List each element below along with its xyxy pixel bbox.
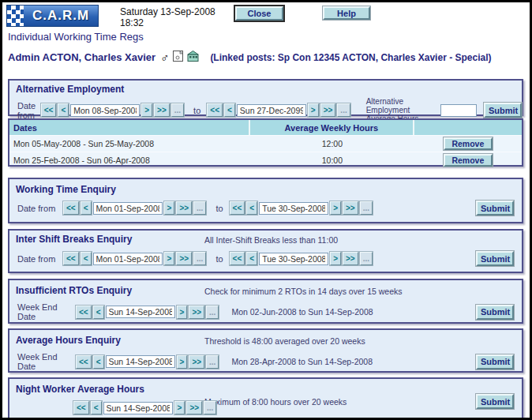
calendar-picker-button[interactable]: ... <box>193 252 206 265</box>
current-time: 18:32 <box>120 17 215 28</box>
next-fast-button[interactable]: >> <box>176 201 192 215</box>
prev-button[interactable]: < <box>93 355 104 369</box>
next-button[interactable]: > <box>177 355 188 369</box>
next-fast-button[interactable]: >> <box>343 201 358 215</box>
week-end-date-input[interactable] <box>106 306 175 318</box>
calendar-picker-button[interactable]: ... <box>171 103 184 117</box>
insufficient-rtos-panel: Insufficient RTOs Enquiry Check for mini… <box>8 279 523 324</box>
date-to-input[interactable] <box>259 253 328 265</box>
row-hours: 12:00 <box>250 139 414 148</box>
date-from-navigator: << < > >> ... <box>63 252 208 265</box>
actions-column-header <box>414 120 522 135</box>
prev-fast-button[interactable]: << <box>63 201 79 215</box>
next-fast-button[interactable]: >> <box>154 103 170 117</box>
help-button[interactable]: Help <box>323 6 370 20</box>
prev-button[interactable]: < <box>58 103 69 117</box>
date-from-input[interactable] <box>93 253 163 265</box>
prev-fast-button[interactable]: << <box>230 252 245 265</box>
building-icon[interactable] <box>187 51 199 64</box>
calendar-picker-button[interactable]: ... <box>360 252 373 265</box>
next-button[interactable]: > <box>164 201 175 215</box>
prev-button[interactable]: < <box>91 401 102 414</box>
next-fast-button[interactable]: >> <box>176 252 192 265</box>
insufficient-rtos-title: Insufficient RTOs Enquiry <box>16 285 132 296</box>
prev-button[interactable]: < <box>246 252 257 265</box>
inter-shift-note: All Inter-Shift Breaks less than 11:00 <box>204 235 338 245</box>
average-hours-date-range: Mon 28-Apr-2008 to Sun 14-Sep-2008 <box>231 357 373 366</box>
alt-employment-submit-button[interactable]: Submit <box>484 103 522 118</box>
date-from-label: Date from <box>17 204 63 213</box>
calendar-picker-button[interactable]: ... <box>204 401 216 414</box>
prev-button[interactable]: < <box>224 103 235 117</box>
prev-button[interactable]: < <box>246 201 257 215</box>
prev-fast-button[interactable]: << <box>41 103 57 117</box>
next-button[interactable]: > <box>164 252 175 265</box>
calendar-picker-button[interactable]: ... <box>206 306 219 319</box>
prev-fast-button[interactable]: << <box>76 355 92 369</box>
prev-fast-button[interactable]: << <box>230 201 245 215</box>
document-icon[interactable] <box>173 51 183 64</box>
next-fast-button[interactable]: >> <box>343 252 358 265</box>
calendar-picker-button[interactable]: ... <box>360 201 373 215</box>
alternative-employment-panel: Alternative Employment Date from << < > … <box>8 79 523 116</box>
calendar-picker-button[interactable]: ... <box>337 103 350 117</box>
next-button[interactable]: > <box>177 306 188 319</box>
calendar-picker-button[interactable]: ... <box>193 201 206 215</box>
close-button[interactable]: Close <box>235 6 283 21</box>
next-button[interactable]: > <box>141 103 152 117</box>
next-button[interactable]: > <box>330 201 341 215</box>
night-worker-submit-button[interactable]: Submit <box>476 394 514 409</box>
prev-fast-button[interactable]: << <box>63 252 79 265</box>
night-worker-date-input[interactable] <box>103 402 173 414</box>
to-label: to <box>215 254 223 264</box>
inter-shift-submit-button[interactable]: Submit <box>476 251 514 266</box>
remove-button[interactable]: Remove <box>444 154 493 167</box>
next-fast-button[interactable]: >> <box>186 401 202 414</box>
app-window: C.A.R.M Saturday 13-Sep-2008 18:32 Close… <box>0 0 532 420</box>
date-to-input[interactable] <box>259 202 328 215</box>
average-hours-submit-button[interactable]: Submit <box>476 354 514 369</box>
next-button[interactable]: > <box>308 103 319 117</box>
night-worker-date-navigator: << < > >> ... <box>73 401 218 414</box>
week-end-date-input[interactable] <box>106 355 175 368</box>
linked-posts-text: (Linked posts: Sp Con 12345 ACTON, Charl… <box>210 52 491 63</box>
date-to-input[interactable] <box>237 104 306 117</box>
date-from-input[interactable] <box>93 202 163 215</box>
person-row: Admin ACTON, Charles Xavier ♂ (Linked po… <box>8 51 491 64</box>
table-row: Mon 05-May-2008 - Sun 25-May-2008 12:00 … <box>9 135 522 152</box>
average-hours-title: Average Hours Enquiry <box>16 335 121 346</box>
date-from-label: Date from <box>17 101 41 120</box>
week-end-date-label: Week End Date <box>17 302 76 321</box>
next-fast-button[interactable]: >> <box>189 355 204 369</box>
prev-button[interactable]: < <box>93 306 104 319</box>
avg-hours-input[interactable] <box>440 104 477 117</box>
night-worker-note: Maximum of 8:00 hours over 20 weeks <box>204 397 347 407</box>
average-hours-note: Threshold is 48:00 averaged over 20 week… <box>204 336 365 346</box>
next-fast-button[interactable]: >> <box>189 306 204 319</box>
week-end-date-navigator: << < > >> ... <box>76 355 220 369</box>
next-button[interactable]: > <box>330 252 341 265</box>
week-end-date-label: Week End Date <box>17 352 76 371</box>
insufficient-rtos-note: Check for minimum 2 RTOs in 14 days over… <box>204 287 403 296</box>
next-button[interactable]: > <box>174 401 185 414</box>
average-hours-panel: Average Hours Enquiry Threshold is 48:00… <box>8 328 523 373</box>
date-from-input[interactable] <box>70 104 140 117</box>
male-gender-icon: ♂ <box>160 51 169 64</box>
next-fast-button[interactable]: >> <box>320 103 336 117</box>
avg-weekly-hours-column-header: Average Weekly Hours <box>250 120 414 135</box>
working-time-submit-button[interactable]: Submit <box>476 201 514 216</box>
carm-logo: C.A.R.M <box>6 5 99 27</box>
table-row: Mon 25-Feb-2008 - Sun 06-Apr-2008 10:00 … <box>9 152 522 168</box>
insufficient-rtos-submit-button[interactable]: Submit <box>476 305 514 320</box>
person-name: Admin ACTON, Charles Xavier <box>8 51 155 63</box>
prev-button[interactable]: < <box>81 252 92 265</box>
calendar-picker-button[interactable]: ... <box>206 355 219 369</box>
prev-fast-button[interactable]: << <box>207 103 223 117</box>
working-time-enquiry-panel: Working Time Enquiry Date from << < > >>… <box>8 178 523 223</box>
remove-button[interactable]: Remove <box>444 137 493 150</box>
prev-button[interactable]: < <box>81 201 92 215</box>
alt-employment-table: Dates Average Weekly Hours Mon 05-May-20… <box>8 118 523 167</box>
police-checker-icon <box>7 6 24 26</box>
prev-fast-button[interactable]: << <box>73 401 89 414</box>
prev-fast-button[interactable]: << <box>76 306 92 319</box>
